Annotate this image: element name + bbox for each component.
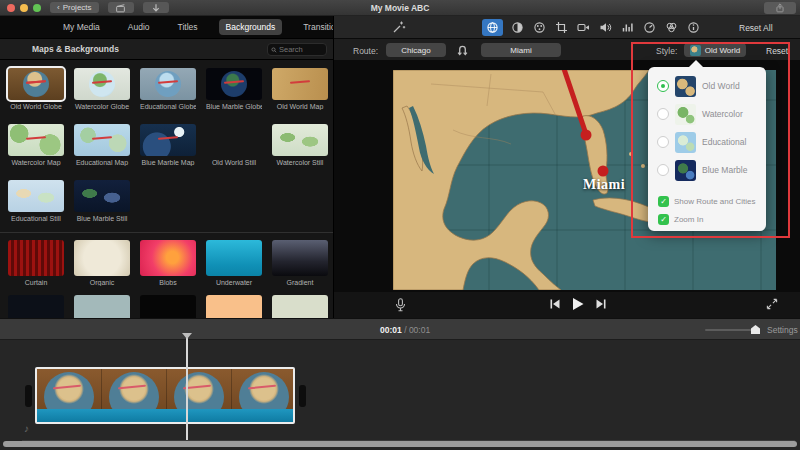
- clip-filter-icon[interactable]: [664, 20, 679, 35]
- stabilization-camera-icon[interactable]: [576, 20, 591, 35]
- thumbnail-organic[interactable]: Organic: [74, 240, 130, 286]
- enhance-wand-icon[interactable]: [392, 20, 406, 34]
- style-dropdown-button[interactable]: Old World: [684, 43, 746, 57]
- adjust-toolbar: Reset All: [334, 16, 800, 38]
- horizontal-scrollbar[interactable]: [3, 441, 797, 447]
- search-icon: [271, 46, 277, 54]
- thumbnail-educational-map[interactable]: Educational Map: [74, 124, 130, 166]
- clip-size-slider[interactable]: [705, 329, 757, 331]
- timeline-track-area: ♪: [0, 340, 800, 450]
- clip-trim-handle-left[interactable]: [25, 385, 32, 407]
- projects-back-button[interactable]: ‹ Projects: [50, 2, 99, 13]
- thumbnail-educational-still[interactable]: Educational Still: [8, 180, 64, 222]
- timeline-settings-button[interactable]: Settings: [767, 325, 798, 335]
- style-label: Style:: [656, 46, 677, 56]
- thumbnail-blobs[interactable]: Blobs: [140, 240, 196, 286]
- timeline-toolbar: 00:01 / 00:01 Settings: [0, 318, 800, 340]
- music-track-icon: ♪: [24, 423, 29, 434]
- checkbox-zoom-in[interactable]: Zoom In: [658, 213, 703, 226]
- timecode-display: 00:01 / 00:01: [380, 325, 430, 335]
- imovie-window: ‹ Projects My Movie ABC My Media Audio: [0, 0, 800, 450]
- thumbnail-blue-marble-map[interactable]: Blue Marble Map: [140, 124, 196, 166]
- checkbox-show-route-and-cities[interactable]: Show Route and Cities: [658, 195, 755, 208]
- playhead[interactable]: [186, 333, 188, 442]
- clapboard-icon: [115, 3, 126, 13]
- city-label: Miami: [544, 177, 664, 193]
- search-input[interactable]: [279, 45, 323, 54]
- route-to-button[interactable]: Miami: [481, 43, 561, 57]
- old-world-thumbnail-icon: [675, 76, 696, 97]
- media-import-button[interactable]: [108, 2, 134, 13]
- thumbnail-watercolor-globe[interactable]: Watercolor Globe: [74, 68, 130, 110]
- style-option-blue-marble[interactable]: Blue Marble: [657, 159, 747, 181]
- route-from-button[interactable]: Chicago: [386, 43, 446, 57]
- minimize-window-button[interactable]: [20, 4, 28, 12]
- voiceover-mic-icon[interactable]: [394, 298, 407, 312]
- section-divider: [0, 232, 333, 233]
- tab-my-media[interactable]: My Media: [56, 19, 107, 35]
- zoom-window-button[interactable]: [33, 4, 41, 12]
- search-field[interactable]: [267, 43, 327, 56]
- playback-bar: [334, 292, 800, 318]
- tab-titles[interactable]: Titles: [171, 19, 205, 35]
- title-bar: ‹ Projects My Movie ABC: [0, 0, 800, 16]
- style-option-old-world[interactable]: Old World: [657, 75, 740, 97]
- thumbnail-curtain[interactable]: Curtain: [8, 240, 64, 286]
- browser-tab-bar: My Media Audio Titles Backgrounds Transi…: [0, 16, 333, 38]
- slider-thumb[interactable]: [751, 325, 760, 334]
- checkbox-checked-icon: [658, 196, 669, 207]
- style-option-watercolor[interactable]: Watercolor: [657, 103, 743, 125]
- skip-to-start-icon[interactable]: [549, 298, 561, 310]
- radio-selected-icon: [657, 80, 669, 92]
- checkbox-checked-icon: [658, 214, 669, 225]
- thumbnail-blue-marble-still[interactable]: Blue Marble Still: [74, 180, 130, 222]
- reset-button[interactable]: Reset: [766, 46, 788, 56]
- thumbnail-background[interactable]: [206, 295, 262, 318]
- style-option-educational[interactable]: Educational: [657, 131, 746, 153]
- info-icon[interactable]: [686, 20, 701, 35]
- thumbnail-background[interactable]: [8, 295, 64, 318]
- radio-icon: [657, 108, 669, 120]
- style-thumbnail-icon: [690, 45, 701, 56]
- thumbnail-old-world-still[interactable]: Old World Still: [206, 124, 262, 166]
- speed-gauge-icon[interactable]: [642, 20, 657, 35]
- clip-audio-waveform-strip: [37, 409, 293, 422]
- tab-audio[interactable]: Audio: [121, 19, 157, 35]
- play-icon[interactable]: [571, 297, 585, 311]
- color-correction-palette-icon[interactable]: [532, 20, 547, 35]
- swap-route-icon[interactable]: [456, 44, 469, 56]
- route-style-bar: Route: Chicago Miami Style: Old World Re…: [334, 38, 800, 60]
- radio-icon: [657, 136, 669, 148]
- thumbnail-watercolor-map[interactable]: Watercolor Map: [8, 124, 64, 166]
- close-window-button[interactable]: [7, 4, 15, 12]
- radio-icon: [657, 164, 669, 176]
- color-balance-icon[interactable]: [510, 20, 525, 35]
- volume-icon[interactable]: [598, 20, 613, 35]
- share-button[interactable]: [764, 2, 796, 14]
- noise-equalizer-icon[interactable]: [620, 20, 635, 35]
- blue-marble-thumbnail-icon: [675, 160, 696, 181]
- thumbnail-background[interactable]: [272, 295, 328, 318]
- import-media-button[interactable]: [143, 2, 169, 13]
- browser-header: Maps & Backgrounds: [0, 38, 333, 60]
- thumbnail-educational-globe[interactable]: Educational Globe: [140, 68, 196, 110]
- thumbnail-grid: Old World Globe Watercolor Globe Educati…: [0, 60, 333, 318]
- skip-to-end-icon[interactable]: [595, 298, 607, 310]
- crop-icon[interactable]: [554, 20, 569, 35]
- thumbnail-underwater[interactable]: Underwater: [206, 240, 262, 286]
- thumbnail-blue-marble-globe[interactable]: Blue Marble Globe: [206, 68, 262, 110]
- map-globe-settings-icon[interactable]: [482, 19, 503, 36]
- fullscreen-icon[interactable]: [766, 298, 778, 310]
- thumbnail-gradient[interactable]: Gradient: [272, 240, 328, 286]
- thumbnail-background[interactable]: [74, 295, 130, 318]
- thumbnail-watercolor-still[interactable]: Watercolor Still: [272, 124, 328, 166]
- style-popover: Old World Watercolor Educational Blue Ma…: [648, 67, 766, 231]
- thumbnail-old-world-map[interactable]: Old World Map: [272, 68, 328, 110]
- chevron-left-icon: ‹: [57, 3, 60, 12]
- thumbnail-old-world-globe[interactable]: Old World Globe: [8, 68, 64, 110]
- timeline-clip-old-world-globe[interactable]: [35, 367, 295, 424]
- clip-trim-handle-right[interactable]: [299, 385, 306, 407]
- tab-backgrounds[interactable]: Backgrounds: [219, 19, 283, 35]
- thumbnail-background[interactable]: [140, 295, 196, 318]
- reset-all-button[interactable]: Reset All: [739, 23, 773, 33]
